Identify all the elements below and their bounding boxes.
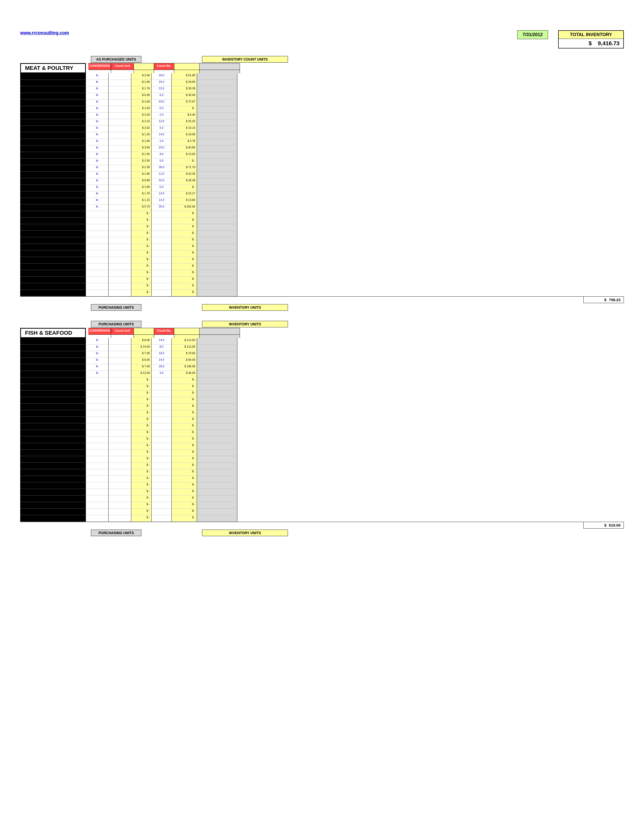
count-no-cell — [151, 224, 172, 231]
price-cell: $ 3.20 — [131, 113, 151, 119]
count-no-cell: 14.0 — [151, 338, 172, 344]
conversion-cell — [86, 443, 109, 450]
gray-cell — [197, 132, 237, 139]
item-name-cell — [20, 126, 86, 132]
conversion-cell — [86, 476, 109, 482]
table-row: lb$ 1.559.0$ 13.95 — [20, 152, 624, 159]
conversion-cell: lb — [86, 119, 109, 126]
item-name-cell — [20, 80, 86, 86]
item-name-cell — [20, 515, 86, 522]
section2-data-rows: lb$ 8.0014.0$ 112.00lb$ 14.008.0$ 112.00… — [20, 338, 624, 522]
price-cell: $ - — [131, 211, 151, 217]
gray-cell — [197, 251, 237, 257]
total-cell: $ 112.00 — [172, 344, 197, 351]
item-name-cell — [20, 391, 86, 397]
count-unit-cell — [109, 351, 131, 358]
total-cell: $ 35.94 — [172, 93, 197, 100]
count-no-cell — [151, 404, 172, 410]
table-row: $ -$ - — [20, 397, 624, 404]
conversion-cell — [86, 211, 109, 217]
item-name-cell — [20, 384, 86, 391]
total-cell: $ - — [172, 237, 197, 244]
table-row: $ -$ - — [20, 257, 624, 264]
item-name-cell — [20, 165, 86, 172]
count-no-cell — [151, 237, 172, 244]
total-cell: $ - — [172, 502, 197, 509]
table-row: $ -$ - — [20, 489, 624, 495]
section2-count-unit-header: Count Unit — [111, 328, 134, 335]
item-name-cell — [20, 113, 86, 119]
gray-cell — [197, 397, 237, 404]
price-cell: $ 14.00 — [131, 344, 151, 351]
conversion-cell — [86, 463, 109, 469]
conversion-cell — [86, 502, 109, 509]
item-name-cell — [20, 100, 86, 106]
count-unit-cell — [109, 515, 131, 522]
table-row: $ -$ - — [20, 384, 624, 391]
gray-cell — [197, 515, 237, 522]
gray-cell — [197, 358, 237, 364]
item-name-cell — [20, 423, 86, 430]
count-no-cell — [151, 509, 172, 515]
gray-cell — [197, 463, 237, 469]
price-cell: $ - — [131, 251, 151, 257]
gray-cell — [197, 237, 237, 244]
price-cell: $ 1.15 — [131, 198, 151, 204]
gray-cell — [197, 450, 237, 456]
price-cell: $ - — [131, 257, 151, 264]
count-unit-cell — [109, 290, 131, 296]
price-cell: $ - — [131, 489, 151, 495]
conversion-cell — [86, 257, 109, 264]
table-row: lb$ 7.0010.0$ 70.00 — [20, 351, 624, 358]
count-unit-cell — [109, 185, 131, 191]
price-cell: $ 2.02 — [131, 126, 151, 132]
item-name-cell — [20, 371, 86, 377]
count-no-cell — [151, 450, 172, 456]
gray-cell — [197, 489, 237, 495]
total-cell: $ - — [172, 456, 197, 463]
table-row: $ -$ - — [20, 217, 624, 224]
header-row: www.rrconsulting.com 7/31/2012 TOTAL INV… — [20, 30, 624, 48]
conversion-cell — [86, 515, 109, 522]
total-cell: $ - — [172, 159, 197, 165]
section1-gray-header — [200, 63, 240, 70]
gray-cell — [197, 119, 237, 126]
count-no-cell — [151, 384, 172, 391]
conversion-cell: lb — [86, 364, 109, 371]
total-cell: $ 39.38 — [172, 86, 197, 93]
conversion-cell — [86, 397, 109, 404]
gray-cell — [197, 404, 237, 410]
conversion-cell: lb — [86, 165, 109, 172]
date-box: 7/31/2012 — [517, 30, 548, 39]
count-unit-cell — [109, 397, 131, 404]
price-cell: $ 12.00 — [131, 371, 151, 377]
table-row: lb$ 1.7913.0$ 23.27 — [20, 191, 624, 198]
gray-cell — [197, 113, 237, 119]
count-unit-cell — [109, 344, 131, 351]
count-no-cell: 30.0 — [151, 165, 172, 172]
gray-cell — [197, 100, 237, 106]
price-cell: $ 1.29 — [131, 132, 151, 139]
total-cell: $ - — [172, 231, 197, 237]
total-cell: $ - — [172, 476, 197, 482]
gray-cell — [197, 80, 237, 86]
count-no-cell — [151, 482, 172, 489]
item-name-cell — [20, 145, 86, 152]
price-cell: $ - — [131, 277, 151, 283]
count-no-cell — [151, 217, 172, 224]
conversion-cell: lb — [86, 106, 109, 113]
conversion-cell: lb — [86, 145, 109, 152]
website-link[interactable]: www.rrconsulting.com — [20, 30, 69, 35]
gray-cell — [197, 165, 237, 172]
total-inventory-box: TOTAL INVENTORY $ 9,416.73 — [558, 30, 624, 48]
table-row: lb$ 5.7935.0$ 202.65 — [20, 204, 624, 211]
count-unit-cell — [109, 100, 131, 106]
count-no-cell — [151, 436, 172, 443]
price-cell: $ 1.79 — [131, 191, 151, 198]
count-no-cell — [151, 211, 172, 217]
item-name-cell — [20, 338, 86, 344]
conversion-cell: lb — [86, 204, 109, 211]
section2-total-header — [174, 328, 199, 335]
section-meat-poultry: AS PURCHASED UNITS INVENTORY COUNT UNITS… — [20, 56, 624, 311]
count-no-cell: 0.0 — [151, 185, 172, 191]
